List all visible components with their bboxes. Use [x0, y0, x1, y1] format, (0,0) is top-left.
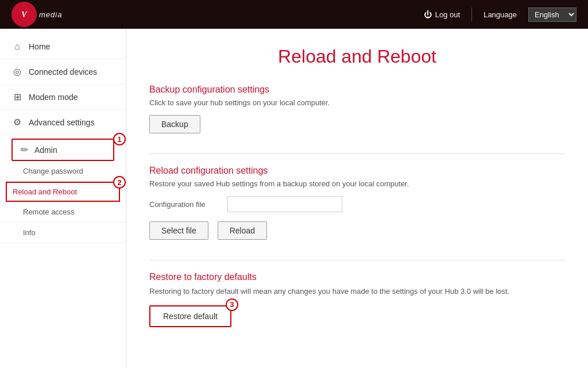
power-icon: ⏻: [424, 10, 432, 19]
restore-title: Restore to factory defaults: [149, 272, 565, 282]
backup-button[interactable]: Backup: [149, 115, 200, 133]
settings-icon: ⚙: [11, 117, 23, 128]
reload-description: Restore your saved Hub settings from a b…: [149, 179, 565, 188]
config-file-row: Configuration file: [149, 196, 565, 212]
header: V media ⏻ Log out Language English Franç…: [0, 0, 588, 29]
annotation-1: 1: [113, 133, 126, 145]
connected-devices-icon: ◎: [11, 66, 23, 77]
sidebar-item-advanced-settings-label: Advanced settings: [29, 118, 94, 127]
page-title: Reload and Reboot: [149, 46, 565, 67]
restore-description: Restoring to factory default will mean a…: [149, 286, 565, 297]
language-label: Language: [483, 10, 517, 19]
config-file-input: [227, 196, 342, 212]
reload-reboot-label: Reload and Reboot: [13, 187, 77, 196]
select-file-button[interactable]: Select file: [149, 221, 208, 240]
backup-title: Backup configuration settings: [149, 85, 565, 95]
reload-title: Reload configuration settings: [149, 166, 565, 176]
change-password-label: Change password: [23, 167, 83, 175]
home-icon: ⌂: [11, 41, 23, 52]
file-actions: Select file Reload: [149, 221, 565, 240]
sidebar-item-modem-mode-label: Modem mode: [29, 93, 78, 102]
sidebar-item-home[interactable]: ⌂ Home: [0, 34, 126, 59]
header-divider: [471, 7, 472, 21]
backup-section: Backup configuration settings Click to s…: [149, 85, 565, 133]
language-select[interactable]: English Français Español: [528, 7, 577, 22]
sidebar-item-advanced-settings[interactable]: ⚙ Advanced settings: [0, 110, 126, 135]
annotation-2: 2: [113, 176, 126, 189]
layout: ⌂ Home ◎ Connected devices ⊞ Modem mode …: [0, 29, 588, 368]
backup-description: Click to save your hub settings on your …: [149, 98, 565, 107]
admin-label: Admin: [34, 145, 57, 155]
logout-label: Log out: [435, 10, 460, 19]
logo-circle: V: [11, 2, 37, 27]
main-content: Reload and Reboot Backup configuration s…: [126, 29, 588, 368]
modem-icon: ⊞: [11, 91, 23, 102]
sidebar-item-home-label: Home: [29, 42, 50, 51]
logo: V media: [11, 2, 62, 27]
sidebar: ⌂ Home ◎ Connected devices ⊞ Modem mode …: [0, 29, 126, 368]
sidebar-item-modem-mode[interactable]: ⊞ Modem mode: [0, 85, 126, 110]
reload-section: Reload configuration settings Restore yo…: [149, 166, 565, 240]
logout-button[interactable]: ⏻ Log out: [424, 10, 460, 19]
sidebar-sub-reload-reboot[interactable]: Reload and Reboot: [6, 182, 120, 202]
sidebar-sub-remote-access[interactable]: Remote access: [0, 202, 126, 223]
sidebar-sub-info[interactable]: Info: [0, 223, 126, 243]
restore-default-button[interactable]: Restore default: [149, 305, 231, 327]
annotation-3: 3: [226, 298, 238, 311]
separator-2: [149, 260, 565, 260]
header-right: ⏻ Log out Language English Français Espa…: [424, 7, 577, 22]
separator-1: [149, 154, 565, 154]
restore-section: Restore to factory defaults Restoring to…: [149, 272, 565, 327]
config-file-label: Configuration file: [149, 200, 218, 209]
remote-access-label: Remote access: [23, 208, 75, 216]
sidebar-item-connected-devices[interactable]: ◎ Connected devices: [0, 59, 126, 85]
reload-button[interactable]: Reload: [218, 221, 267, 240]
info-label: Info: [23, 228, 36, 237]
logo-text: media: [39, 10, 62, 19]
edit-icon: ✏: [18, 144, 30, 155]
sidebar-item-admin[interactable]: ✏ Admin: [11, 139, 114, 161]
sidebar-sub-change-password[interactable]: Change password: [0, 161, 126, 182]
sidebar-item-connected-devices-label: Connected devices: [29, 67, 97, 76]
